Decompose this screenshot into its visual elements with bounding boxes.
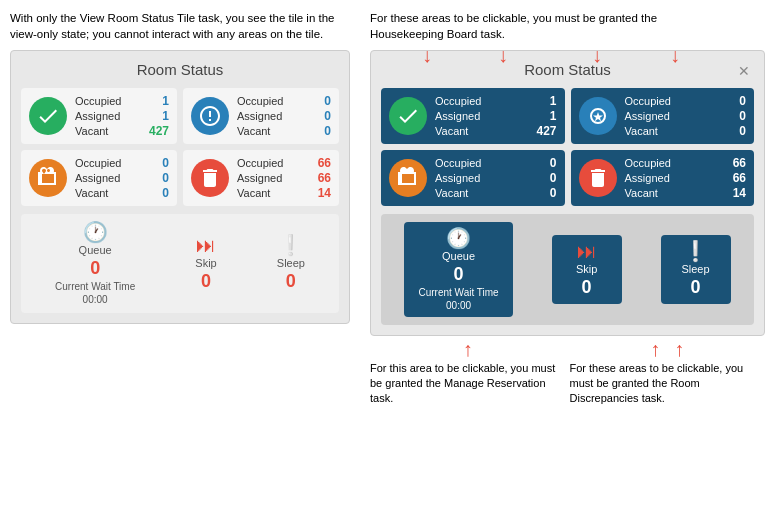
left-cell-2-rows: Occupied 0 Assigned 0 Vacant 0 <box>75 156 169 200</box>
left-cell-0-row-2: Vacant 427 <box>75 124 169 138</box>
left-status-grid: Occupied 1 Assigned 1 Vacant 427 <box>21 88 339 206</box>
right-icon-star <box>579 97 617 135</box>
arrow-bottom-2: ↑ <box>650 338 660 361</box>
right-bottom-queue[interactable]: 🕐 Queue 0 Current Wait Time 00:00 <box>404 222 512 317</box>
left-cell-3: Occupied 66 Assigned 66 Vacant 14 <box>183 150 339 206</box>
right-icon-check <box>389 97 427 135</box>
left-tile-title: Room Status <box>21 61 339 78</box>
arrow-bottom-1: ↑ <box>463 338 473 361</box>
left-panel: With only the View Room Status Tile task… <box>10 10 350 406</box>
left-cell-0-row-0: Occupied 1 <box>75 94 169 108</box>
right-cell-3[interactable]: Occupied 66 Assigned 66 Vacant 14 <box>571 150 755 206</box>
left-bottom-strip: 🕐 Queue 0 Current Wait Time 00:00 ⏭ Skip… <box>21 214 339 313</box>
left-bottom-queue: 🕐 Queue 0 Current Wait Time 00:00 <box>55 222 135 305</box>
left-cell-3-rows: Occupied 66 Assigned 66 Vacant 14 <box>237 156 331 200</box>
right-clock-icon: 🕐 <box>446 228 471 248</box>
right-bottom-strip: 🕐 Queue 0 Current Wait Time 00:00 ⏭ Skip… <box>381 214 754 325</box>
right-icon-trash <box>579 159 617 197</box>
close-button[interactable]: ✕ <box>738 63 750 79</box>
skip-icon: ⏭ <box>196 235 216 255</box>
right-bottom-sleep[interactable]: ❕ Sleep 0 <box>661 235 731 304</box>
right-tile-title: Room Status <box>381 61 754 78</box>
right-description: For these areas to be clickable, you mus… <box>370 10 765 42</box>
exclaim-icon: ❕ <box>278 235 303 255</box>
left-icon-star <box>191 97 229 135</box>
right-cell-2[interactable]: Occupied 0 Assigned 0 Vacant 0 <box>381 150 565 206</box>
left-bottom-sleep: ❕ Sleep 0 <box>277 235 305 292</box>
right-cell-0[interactable]: Occupied 1 Assigned 1 Vacant 427 <box>381 88 565 144</box>
left-cell-0-rows: Occupied 1 Assigned 1 Vacant 427 <box>75 94 169 138</box>
left-icon-check <box>29 97 67 135</box>
annotation-manage-reservation: For this area to be clickable, you must … <box>370 361 566 406</box>
right-cell-1[interactable]: Occupied 0 Assigned 0 Vacant 0 <box>571 88 755 144</box>
left-icon-trash <box>191 159 229 197</box>
left-cell-1: Occupied 0 Assigned 0 Vacant 0 <box>183 88 339 144</box>
left-cell-0: Occupied 1 Assigned 1 Vacant 427 <box>21 88 177 144</box>
clock-icon: 🕐 <box>83 222 108 242</box>
annotation-room-discrepancies: For these areas to be clickable, you mus… <box>570 361 766 406</box>
left-tile: Room Status Occupied 1 Assigned 1 <box>10 50 350 324</box>
left-cell-1-rows: Occupied 0 Assigned 0 Vacant 0 <box>237 94 331 138</box>
left-cell-2: Occupied 0 Assigned 0 Vacant 0 <box>21 150 177 206</box>
left-icon-bucket <box>29 159 67 197</box>
right-bottom-skip[interactable]: ⏭ Skip 0 <box>552 235 622 304</box>
right-panel: For these areas to be clickable, you mus… <box>370 10 765 406</box>
left-cell-0-row-1: Assigned 1 <box>75 109 169 123</box>
arrow-bottom-3: ↑ <box>674 338 684 361</box>
left-bottom-skip: ⏭ Skip 0 <box>195 235 216 292</box>
left-description: With only the View Room Status Tile task… <box>10 10 350 42</box>
right-skip-icon: ⏭ <box>577 241 597 261</box>
right-status-grid: Occupied 1 Assigned 1 Vacant 427 <box>381 88 754 206</box>
right-exclaim-icon: ❕ <box>683 241 708 261</box>
right-icon-bucket <box>389 159 427 197</box>
right-tile[interactable]: Room Status ✕ Occupied 1 Assigne <box>370 50 765 336</box>
